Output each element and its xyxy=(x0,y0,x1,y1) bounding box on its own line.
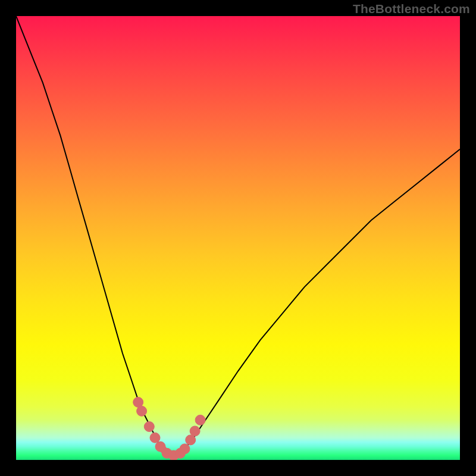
marker-point xyxy=(144,422,154,432)
plot-area xyxy=(16,16,460,460)
marker-point xyxy=(190,426,200,436)
chart-frame: TheBottleneck.com xyxy=(0,0,476,476)
marker-point xyxy=(137,406,147,416)
marker-point xyxy=(150,433,160,443)
bottleneck-curve xyxy=(16,16,460,456)
marker-point xyxy=(186,435,196,445)
marker-group xyxy=(133,397,205,461)
marker-point xyxy=(180,444,190,454)
marker-point xyxy=(195,415,205,425)
chart-svg xyxy=(16,16,460,460)
watermark-text: TheBottleneck.com xyxy=(353,2,470,16)
